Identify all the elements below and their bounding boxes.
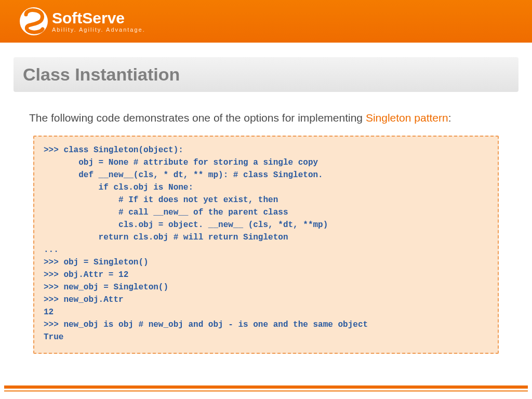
logo-mark-icon xyxy=(19,6,49,36)
brand-logo: SoftServe Ability. Agility. Advantage. xyxy=(19,6,145,36)
slide: SoftServe Ability. Agility. Advantage. C… xyxy=(0,0,532,399)
footer-bar-primary xyxy=(4,385,528,389)
code-content: >>> class Singleton(object): obj = None … xyxy=(44,144,488,343)
slide-title: Class Instantiation xyxy=(23,64,509,85)
brand-text: SoftServe Ability. Agility. Advantage. xyxy=(52,10,145,33)
svg-point-1 xyxy=(20,7,48,35)
intro-pre: The following code demonstrates one of t… xyxy=(29,112,366,124)
slide-body: The following code demonstrates one of t… xyxy=(0,92,532,354)
footer-bars xyxy=(0,385,532,394)
intro-highlight: Singleton pattern xyxy=(366,112,448,124)
intro-text: The following code demonstrates one of t… xyxy=(29,111,503,125)
brand-tagline: Ability. Agility. Advantage. xyxy=(52,27,145,33)
header-bar: SoftServe Ability. Agility. Advantage. xyxy=(0,0,532,43)
footer-bar-secondary xyxy=(4,390,528,392)
code-box: >>> class Singleton(object): obj = None … xyxy=(33,136,499,354)
brand-name: SoftServe xyxy=(52,10,145,26)
intro-post: : xyxy=(448,112,451,124)
title-band: Class Instantiation xyxy=(14,57,518,92)
